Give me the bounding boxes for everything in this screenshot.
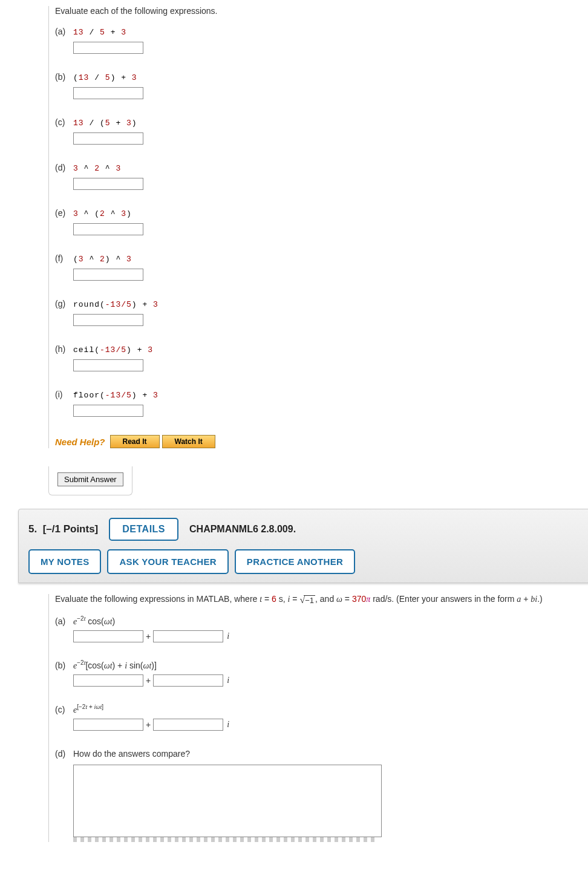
answer-a-imag[interactable] (153, 630, 223, 642)
answer-d-essay[interactable] (73, 765, 382, 837)
i-suffix-b: i (227, 676, 229, 685)
q4-parts: (a)13 / 5 + 3(b)(13 / 5) + 3(c)13 / (5 +… (55, 27, 587, 417)
q4-part-0: (a)13 / 5 + 3 (55, 27, 587, 54)
code-expression: 13 / 5 + 3 (73, 28, 126, 37)
part-label: (h) (55, 344, 73, 354)
q4-part-2: (c)13 / (5 + 3) (55, 117, 587, 145)
answer-input-1[interactable] (73, 87, 143, 99)
plus-b: + (146, 676, 151, 685)
part-body: floor(-13/5) + 3 (73, 390, 587, 417)
need-help-row: Need Help? Read It Watch It (55, 435, 587, 448)
answer-input-6[interactable] (73, 314, 143, 326)
part-body: ceil(-13/5) + 3 (73, 344, 587, 371)
answer-input-2[interactable] (73, 132, 143, 145)
code-token: + (137, 300, 153, 309)
answer-input-5[interactable] (73, 269, 143, 281)
answer-b-real[interactable] (73, 674, 143, 687)
answer-a-real[interactable] (73, 630, 143, 642)
end-paren: .) (537, 594, 543, 604)
code-token: 3 (73, 164, 79, 173)
part-label-c: (c) (55, 705, 73, 714)
code-token: 3 (148, 345, 153, 354)
part-body: (3 ^ 2) ^ 3 (73, 253, 587, 281)
code-token: + (137, 391, 153, 400)
code-token: ) (126, 209, 132, 218)
code-expression: floor(-13/5) + 3 (73, 391, 158, 400)
code-token: 2 (100, 255, 105, 264)
var-bi: bi (531, 595, 537, 604)
essay-resize-handle[interactable] (73, 837, 376, 842)
part-label-d: (d) (55, 749, 73, 759)
plus-c: + (146, 720, 151, 730)
code-token: ^ (79, 164, 94, 173)
code-token: ( (94, 209, 100, 218)
code-token: + (105, 28, 121, 37)
q5-d-prompt: How do the answers compare? (73, 749, 587, 759)
i-suffix-a: i (227, 632, 229, 641)
part-body: 3 ^ 2 ^ 3 (73, 163, 587, 190)
code-token: -13/5 (100, 345, 126, 354)
code-token: + (132, 345, 148, 354)
part-label-a: (a) (55, 616, 73, 626)
question-5-body: Evaluate the following expressions in MA… (48, 594, 587, 842)
code-token: 3 (116, 164, 121, 173)
sqrt-neg1: √−1 (299, 595, 315, 606)
code-token: ( (73, 255, 79, 264)
practice-another-button[interactable]: PRACTICE ANOTHER (235, 549, 355, 574)
answer-c-imag[interactable] (153, 719, 223, 731)
code-token: -13/5 (105, 300, 132, 309)
watch-it-button[interactable]: Watch It (162, 435, 215, 448)
part-label: (c) (55, 117, 73, 127)
answer-input-8[interactable] (73, 405, 143, 417)
code-token: 13 (73, 119, 84, 128)
details-button[interactable]: DETAILS (109, 518, 178, 541)
code-token: 3 (153, 391, 158, 400)
code-token: 13 (79, 73, 90, 82)
answer-input-0[interactable] (73, 42, 143, 54)
code-token: ^ (84, 255, 100, 264)
q4-part-7: (h)ceil(-13/5) + 3 (55, 344, 587, 371)
q5-part-d: (d) How do the answers compare? (55, 749, 587, 842)
answer-input-7[interactable] (73, 359, 143, 371)
code-expression: 13 / (5 + 3) (73, 119, 137, 128)
code-token: 3 (126, 255, 132, 264)
code-token: 13 (73, 28, 84, 37)
expr-b: e−2t[cos(ωt) + i sin(ωt)] (73, 661, 157, 670)
code-token: ) (126, 345, 132, 354)
code-token: floor( (73, 391, 105, 400)
eq2: = (290, 594, 299, 604)
submit-answer-button[interactable]: Submit Answer (57, 472, 123, 486)
code-token: 3 (79, 255, 84, 264)
i-suffix-c: i (227, 720, 229, 730)
radicand: −1 (304, 595, 315, 605)
part-body: 3 ^ (2 ^ 3) (73, 208, 587, 235)
code-token: 3 (121, 209, 126, 218)
code-token: ) (132, 119, 137, 128)
answer-c-real[interactable] (73, 719, 143, 731)
code-token: round( (73, 300, 105, 309)
code-token: / (89, 73, 105, 82)
q4-part-5: (f)(3 ^ 2) ^ 3 (55, 253, 587, 281)
q5-part-b: (b) e−2t[cos(ωt) + i sin(ωt)] + i (55, 661, 587, 687)
part-label: (e) (55, 208, 73, 218)
part-label: (b) (55, 72, 73, 82)
code-expression: (3 ^ 2) ^ 3 (73, 255, 132, 264)
ask-your-teacher-button[interactable]: ASK YOUR TEACHER (107, 549, 228, 574)
code-token: ^ (100, 164, 116, 173)
expr-c: e[−2t + iωt] (73, 705, 103, 714)
t-value: 6 (272, 594, 276, 604)
code-token: -13/5 (105, 391, 132, 400)
code-token: + (116, 73, 131, 82)
code-expression: 3 ^ 2 ^ 3 (73, 164, 121, 173)
rad-text: rad/s. (Enter your answers in the form (370, 594, 517, 604)
answer-input-3[interactable] (73, 178, 143, 190)
answer-input-4[interactable] (73, 223, 143, 235)
need-help-label: Need Help? (55, 437, 105, 447)
part-label: (i) (55, 390, 73, 399)
answer-b-imag[interactable] (153, 674, 223, 687)
read-it-button[interactable]: Read It (110, 435, 160, 448)
code-token: 5 (105, 73, 111, 82)
code-token: 3 (121, 28, 126, 37)
my-notes-button[interactable]: MY NOTES (28, 549, 101, 574)
q4-part-3: (d)3 ^ 2 ^ 3 (55, 163, 587, 190)
